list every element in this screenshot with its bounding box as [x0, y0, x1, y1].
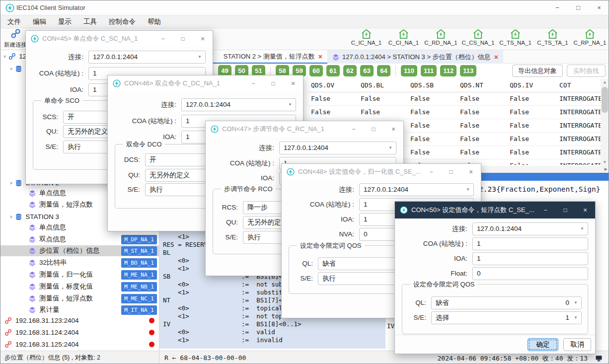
- command-button-c_rd_na_1[interactable]: C_RD_NA_1: [422, 29, 459, 50]
- field-con50-0[interactable]: 127.0.0.1:2404▼: [472, 222, 588, 235]
- menu-item-3[interactable]: 工具: [83, 17, 97, 26]
- field-con50-2[interactable]: 1: [472, 252, 588, 265]
- cancel-button[interactable]: 取消: [563, 338, 591, 351]
- ioa-badge-64[interactable]: 64: [377, 65, 390, 76]
- tree-item-累计量[interactable]: 累计量M_IT_NA_1: [0, 304, 159, 315]
- column-header-QDS.NT[interactable]: QDS.NT: [457, 79, 507, 92]
- command-button-c_ts_na_1[interactable]: C_TS_NA_1: [497, 29, 534, 50]
- scroll-down-icon[interactable]: ▼: [601, 159, 609, 166]
- dialog-titlebar[interactable]: CON<46> 双点命令 C_DC_NA_1 − □ ×: [108, 75, 303, 91]
- dropdown-icon[interactable]: ▼: [388, 142, 392, 154]
- close-icon[interactable]: ×: [575, 206, 595, 214]
- dropdown-icon[interactable]: ▼: [574, 297, 578, 309]
- dialog-titlebar[interactable]: CON<45> 单点命令 C_SC_NA_1 − □ ×: [26, 31, 213, 47]
- menu-item-4[interactable]: 控制命令: [109, 17, 136, 26]
- tree-item-192.168.31.123:2404[interactable]: 192.168.31.123:2404: [0, 315, 159, 326]
- ioa-badge-113[interactable]: 113: [460, 65, 476, 76]
- dropdown-icon[interactable]: ▼: [574, 312, 578, 324]
- chevron-down-icon[interactable]: ∨: [3, 54, 6, 59]
- minimize-icon[interactable]: −: [153, 35, 173, 42]
- command-button-c_ic_na_1[interactable]: C_IC_NA_1: [348, 29, 385, 50]
- maximize-icon[interactable]: □: [568, 0, 589, 15]
- dialog-titlebar[interactable]: CON<47> 步调节命令 C_RC_NA_1 − □ ×: [206, 121, 403, 137]
- command-button-c_ci_na_1[interactable]: C_CI_NA_1: [385, 29, 422, 50]
- ok-button[interactable]: 确定: [528, 338, 558, 351]
- chevron-down-icon[interactable]: ∨: [9, 67, 13, 71]
- field-con47-0[interactable]: 127.0.0.1:2404▼: [279, 142, 396, 154]
- dropdown-icon[interactable]: ▼: [580, 223, 584, 235]
- ioa-badge-112[interactable]: 112: [440, 65, 457, 76]
- dialog-controls: − □ ×: [153, 31, 213, 47]
- ioa-badge-62[interactable]: 62: [343, 65, 357, 76]
- column-header-QDS.SB[interactable]: QDS.SB: [408, 79, 457, 92]
- maximize-icon[interactable]: □: [263, 80, 283, 87]
- menu-item-1[interactable]: 编辑: [33, 17, 46, 26]
- close-icon[interactable]: ×: [193, 35, 213, 43]
- scroll-right-icon[interactable]: ▶: [605, 166, 608, 173]
- ioa-badge-60[interactable]: 60: [309, 65, 323, 76]
- scrollbar-thumb[interactable]: [602, 87, 608, 113]
- close-icon[interactable]: ×: [283, 79, 303, 87]
- table-row[interactable]: FalseFalseFalseFalseFalseINTERROGATED: [308, 106, 601, 119]
- chevron-down-icon[interactable]: ∨: [9, 181, 13, 185]
- field-con50-3[interactable]: 0: [472, 267, 588, 280]
- vertical-scrollbar[interactable]: ▲ ▼: [601, 79, 609, 166]
- tree-item-双点信息[interactable]: 双点信息M_DP_NA_1: [0, 234, 159, 245]
- scroll-up-icon[interactable]: ▲: [601, 79, 609, 86]
- field-con45-0[interactable]: 127.0.0.1:2404▼: [88, 51, 206, 64]
- field-con46-0[interactable]: 127.0.0.1:2404▼: [181, 98, 296, 111]
- ioa-badge-63[interactable]: 63: [360, 65, 374, 76]
- menu-item-5[interactable]: 帮助: [148, 17, 161, 26]
- tree-item-192.168.31.124:2404[interactable]: 192.168.31.124:2404: [0, 327, 159, 338]
- ioa-badge-111[interactable]: 111: [421, 65, 437, 76]
- maximize-icon[interactable]: □: [173, 35, 193, 42]
- dialog-titlebar[interactable]: CON<48> 设定值命令，归一化值 C_SE_... − □ ×: [282, 164, 481, 180]
- column-header-COT[interactable]: COT: [557, 79, 601, 92]
- close-icon[interactable]: ×: [461, 168, 481, 176]
- group-field-con50-1[interactable]: 选择1▼: [431, 311, 582, 324]
- minimize-icon[interactable]: −: [421, 168, 441, 175]
- ioa-badge-110[interactable]: 110: [401, 65, 417, 76]
- table-cell: False: [507, 119, 557, 132]
- tab-station3-step[interactable]: 127.0.0.1:2404 > STATION 3 > 步位置（档位）信息 ×: [327, 50, 503, 64]
- minimize-icon[interactable]: −: [344, 126, 364, 133]
- close-icon[interactable]: ×: [589, 0, 609, 15]
- export-objects-button[interactable]: 导出信息对象: [512, 65, 563, 77]
- dropdown-icon[interactable]: ▼: [198, 51, 202, 63]
- field-con48-0[interactable]: 127.0.0.1:2404▼: [359, 183, 474, 196]
- tab-close-icon[interactable]: ×: [318, 53, 322, 61]
- tab-close-icon[interactable]: ×: [494, 53, 498, 61]
- minimize-icon[interactable]: −: [243, 80, 263, 87]
- column-header-QDS.OV[interactable]: QDS.OV: [308, 79, 358, 92]
- maximize-icon[interactable]: □: [555, 207, 575, 214]
- close-icon[interactable]: ×: [383, 125, 403, 133]
- tree-item-192.168.31.125:2404[interactable]: 192.168.31.125:2404: [0, 339, 159, 350]
- tree-item-测量值，短浮点数[interactable]: 测量值，短浮点数M_ME_NC_1: [0, 293, 159, 304]
- realtime-curve-label: 实时曲线: [573, 67, 599, 75]
- column-header-QDS.BL[interactable]: QDS.BL: [358, 79, 408, 92]
- lightning-circle-icon: [31, 35, 39, 43]
- column-header-QDS.IV[interactable]: QDS.IV: [507, 79, 557, 92]
- tree-item-测量值，标度化值[interactable]: 测量值，标度化值M_ME_NB_1: [0, 281, 159, 292]
- maximize-icon[interactable]: □: [364, 126, 383, 133]
- group-field-con50-0[interactable]: 缺省0▼: [431, 296, 582, 309]
- tree-item-步位置（档位）信息[interactable]: 步位置（档位）信息M_ST_NA_1: [0, 245, 159, 256]
- field-con50-1[interactable]: 1: [472, 237, 588, 250]
- tree-item-32比特串[interactable]: 32比特串M_BO_NA_1: [0, 257, 159, 268]
- dropdown-icon[interactable]: ▼: [288, 99, 292, 111]
- menu-item-2[interactable]: 显示: [58, 17, 72, 26]
- chevron-down-icon[interactable]: ∨: [9, 215, 13, 219]
- command-button-c_ts_ta_1[interactable]: C_TS_TA_1: [534, 29, 571, 50]
- dialog-titlebar[interactable]: CON<50> 设定值命令，短浮点数 C_SE_... − □ ×: [395, 202, 595, 218]
- command-button-c_rp_na_1[interactable]: C_RP_NA_1: [571, 29, 609, 50]
- ioa-badge-61[interactable]: 61: [326, 65, 340, 76]
- dropdown-icon[interactable]: ▼: [466, 184, 470, 196]
- realtime-curve-button[interactable]: 实时曲线: [567, 65, 606, 77]
- table-row[interactable]: FalseFalseFalseFalseFalseINTERROGATED: [308, 92, 601, 106]
- command-button-c_cs_na_1[interactable]: C_CS_NA_1: [459, 29, 497, 50]
- minimize-icon[interactable]: −: [535, 207, 555, 214]
- menu-item-0[interactable]: 文件: [7, 17, 21, 26]
- maximize-icon[interactable]: □: [441, 168, 461, 175]
- minimize-icon[interactable]: −: [547, 0, 568, 15]
- tree-item-测量值，归一化值[interactable]: 测量值，归一化值M_ME_NA_1: [0, 269, 159, 280]
